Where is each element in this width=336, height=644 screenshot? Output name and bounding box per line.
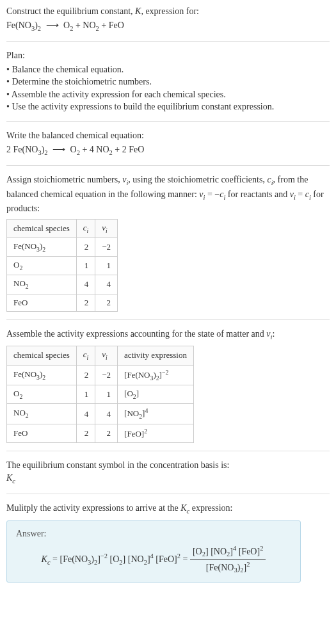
table-row: O2 1 1 <box>7 257 118 275</box>
cell-nui: 2 <box>95 424 118 443</box>
product: O2 + 4 NO2 + 2 FeO <box>70 145 145 154</box>
cell-ci: 2 <box>76 365 95 385</box>
col-ci: ci <box>76 346 95 365</box>
table-row: Fe(NO3)2 2 −2 <box>7 237 118 256</box>
stoich-section: Assign stoichiometric numbers, νi, using… <box>6 173 330 320</box>
answer-label: Answer: <box>16 527 291 540</box>
basis-symbol: Kc <box>6 472 330 486</box>
table-row: NO2 4 4 <box>7 275 118 294</box>
cell-species: FeO <box>7 424 77 443</box>
plan-item: • Determine the stoichiometric numbers. <box>6 76 330 88</box>
product-no2: NO2 <box>83 20 99 30</box>
multiply-text: Mulitply the activity expressions to arr… <box>6 502 330 516</box>
table-row: NO2 4 4 [NO2]4 <box>7 404 194 424</box>
table-row: FeO 2 2 <box>7 294 118 311</box>
table-row: Fe(NO3)2 2 −2 [Fe(NO3)2]−2 <box>7 365 194 385</box>
cell-species: NO2 <box>7 404 77 424</box>
reactant: 2 Fe(NO3)2 <box>6 145 48 154</box>
intro-line1: Construct the equilibrium constant, K, e… <box>6 5 330 18</box>
cell-ci: 2 <box>76 294 95 311</box>
col-ci: ci <box>76 219 95 237</box>
table-row: O2 1 1 [O2] <box>7 385 194 404</box>
answer-expression: Kc = [Fe(NO3)2]−2 [O2] [NO2]4 [FeO]2 = [… <box>16 544 291 576</box>
unbalanced-equation: Fe(NO3)2 ⟶ O2 + NO2 + FeO <box>6 19 330 33</box>
reactant: Fe(NO3)2 <box>6 20 41 30</box>
plan-title: Plan: <box>6 49 330 62</box>
cell-species: Fe(NO3)2 <box>7 365 77 385</box>
activity-table: chemical species ci νi activity expressi… <box>6 346 194 443</box>
cell-species: O2 <box>7 385 77 404</box>
plus: + <box>99 20 109 30</box>
arrow-icon: ⟶ <box>44 20 61 30</box>
plan-item: • Assemble the activity expression for e… <box>6 88 330 101</box>
col-species: chemical species <box>7 219 77 237</box>
denominator: [Fe(NO3)2]2 <box>190 560 266 576</box>
activity-intro: Assemble the activity expressions accoun… <box>6 328 330 342</box>
cell-nui: −2 <box>95 365 118 385</box>
cell-activity: [O2] <box>118 385 194 404</box>
intro-section: Construct the equilibrium constant, K, e… <box>6 5 330 42</box>
balanced-title: Write the balanced chemical equation: <box>6 129 330 142</box>
cell-activity: [Fe(NO3)2]−2 <box>118 365 194 385</box>
stoich-intro: Assign stoichiometric numbers, νi, using… <box>6 173 330 215</box>
multiply-section: Mulitply the activity expressions to arr… <box>6 502 330 590</box>
balanced-equation: 2 Fe(NO3)2 ⟶ O2 + 4 NO2 + 2 FeO <box>6 143 330 157</box>
table-row: FeO 2 2 [FeO]2 <box>7 424 194 443</box>
intro-K: K <box>135 6 141 16</box>
cell-ci: 4 <box>76 275 95 294</box>
cell-nui: 4 <box>95 404 118 424</box>
product-feo: FeO <box>109 20 124 30</box>
cell-nui: 2 <box>95 294 118 311</box>
col-activity: activity expression <box>118 346 194 365</box>
table-header-row: chemical species ci νi <box>7 219 118 237</box>
arrow-icon: ⟶ <box>50 145 68 154</box>
cell-nui: 4 <box>95 275 118 294</box>
answer-box: Answer: Kc = [Fe(NO3)2]−2 [O2] [NO2]4 [F… <box>6 520 301 583</box>
fraction: [O2] [NO2]4 [FeO]2[Fe(NO3)2]2 <box>190 544 266 576</box>
basis-text: The equilibrium constant symbol in the c… <box>6 459 330 472</box>
cell-activity: [NO2]4 <box>118 404 194 424</box>
basis-section: The equilibrium constant symbol in the c… <box>6 459 330 494</box>
cell-activity: [FeO]2 <box>118 424 194 443</box>
activity-section: Assemble the activity expressions accoun… <box>6 328 330 452</box>
col-nui: νi <box>95 346 118 365</box>
cell-nui: −2 <box>95 237 118 256</box>
cell-species: O2 <box>7 257 77 275</box>
cell-ci: 2 <box>76 237 95 256</box>
stoich-table: chemical species ci νi Fe(NO3)2 2 −2 O2 … <box>6 219 118 312</box>
plan-item: • Balance the chemical equation. <box>6 63 330 76</box>
numerator: [O2] [NO2]4 [FeO]2 <box>190 544 266 560</box>
cell-ci: 1 <box>76 257 95 275</box>
col-nui: νi <box>95 219 118 237</box>
cell-ci: 1 <box>76 385 95 404</box>
plus: + <box>73 20 83 30</box>
cell-species: FeO <box>7 294 77 311</box>
intro-text: Construct the equilibrium constant, <box>6 6 135 16</box>
cell-nui: 1 <box>95 257 118 275</box>
cell-nui: 1 <box>95 385 118 404</box>
cell-ci: 2 <box>76 424 95 443</box>
plan-item: • Use the activity expressions to build … <box>6 101 330 113</box>
cell-species: Fe(NO3)2 <box>7 237 77 256</box>
product-o2: O2 <box>63 20 73 30</box>
plan-section: Plan: • Balance the chemical equation. •… <box>6 49 330 122</box>
intro-text-post: , expression for: <box>141 6 199 16</box>
table-header-row: chemical species ci νi activity expressi… <box>7 346 194 365</box>
col-species: chemical species <box>7 346 77 365</box>
cell-ci: 4 <box>76 404 95 424</box>
balanced-section: Write the balanced chemical equation: 2 … <box>6 129 330 166</box>
cell-species: NO2 <box>7 275 77 294</box>
